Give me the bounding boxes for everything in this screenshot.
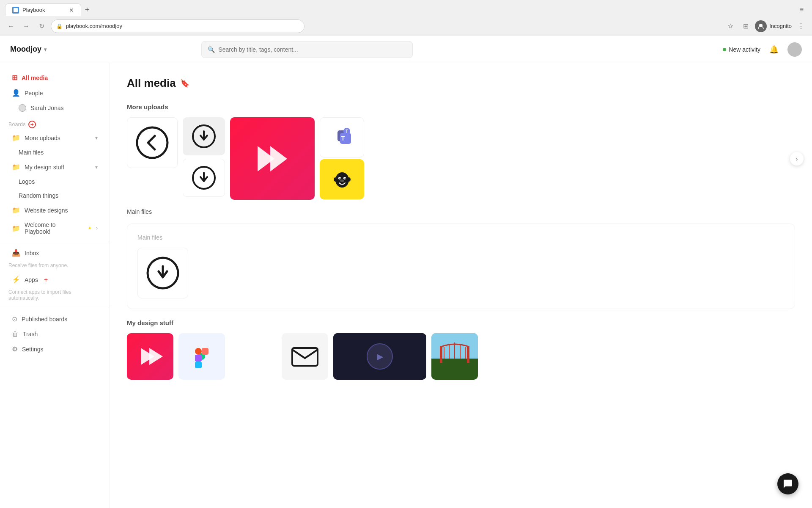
sidebar-item-my-design-stuff[interactable]: 📁 My design stuff ▾ [3, 160, 106, 174]
sidebar-item-trash[interactable]: 🗑 Trash [3, 327, 106, 341]
svg-rect-33 [431, 359, 478, 380]
incognito-avatar [755, 20, 767, 32]
mailchimp-card[interactable] [320, 159, 364, 199]
new-activity-label: New activity [729, 46, 760, 53]
design-play-icon [137, 344, 163, 369]
download-card-2[interactable] [183, 159, 225, 197]
sidebar-trash-label: Trash [23, 331, 38, 337]
sidebar-item-published-boards[interactable]: ⊙ Published boards [3, 312, 106, 326]
svg-point-2 [137, 127, 167, 158]
svg-rect-24 [195, 348, 202, 355]
sidebar-item-apps[interactable]: ⚡ Apps + [3, 272, 106, 287]
sidebar-my-design-stuff-label: My design stuff [25, 164, 64, 171]
back-arrow-icon [135, 126, 169, 160]
active-tab[interactable]: Playbook ✕ [5, 3, 81, 16]
incognito-menu[interactable]: Incognito [755, 20, 792, 32]
play-icon [253, 140, 291, 178]
bookmark-icon[interactable]: 🔖 [180, 79, 189, 88]
svg-rect-27 [195, 362, 202, 368]
sidebar-toggle-button[interactable]: ⊞ [740, 20, 752, 32]
download-icon-2 [191, 165, 217, 190]
sidebar-divider-2 [0, 308, 110, 308]
more-uploads-grid: T T [127, 117, 795, 200]
content-header: All media 🔖 [127, 77, 795, 90]
download-card-1[interactable] [183, 117, 225, 155]
brand-name: Moodjoy [10, 45, 41, 54]
design-play-card[interactable] [127, 333, 173, 380]
activity-status-dot [723, 48, 726, 51]
sidebar-item-inbox[interactable]: 📥 Inbox [3, 246, 106, 260]
landscape-icon [431, 333, 478, 380]
landscape-card[interactable] [431, 333, 478, 380]
tab-favicon [12, 7, 19, 14]
sidebar-item-logos[interactable]: Logos [3, 175, 106, 188]
main-files-grid [137, 248, 785, 298]
main-files-subsection-label: Main files [137, 234, 785, 241]
sidebar-published-boards-label: Published boards [22, 316, 67, 323]
nav-bar: ← → ↻ 🔒 playbook.com/moodjoy ☆ ⊞ Incogni… [0, 16, 812, 36]
reload-button[interactable]: ↻ [36, 20, 47, 32]
sidebar-sarah-jonas-label: Sarah Jonas [30, 105, 64, 111]
boards-add-button[interactable]: + [28, 121, 36, 128]
back-button[interactable]: ← [5, 20, 17, 32]
sidebar-item-random-things[interactable]: Random things [3, 189, 106, 202]
sidebar-logos-label: Logos [19, 178, 35, 185]
folder2-icon: 📁 [12, 163, 20, 171]
search-bar[interactable]: 🔍 [201, 41, 413, 58]
sidebar-item-people[interactable]: 👤 People [3, 86, 106, 100]
svg-point-16 [344, 178, 346, 179]
dark-photo-card[interactable]: ▶ [333, 333, 426, 380]
svg-rect-35 [467, 346, 469, 363]
chat-bubble-button[interactable] [777, 473, 798, 494]
content-area: All media 🔖 More uploads [110, 63, 812, 508]
svg-marker-22 [149, 348, 163, 365]
tab-menu-button[interactable]: ≡ [800, 6, 807, 14]
main-files-download-icon [146, 256, 180, 290]
sidebar-item-settings[interactable]: ⚙ Settings [3, 342, 106, 356]
brand-logo[interactable]: Moodjoy ▾ [10, 45, 47, 54]
svg-point-15 [339, 178, 340, 179]
sidebar-item-sarah-jonas[interactable]: Sarah Jonas [3, 101, 106, 115]
chat-icon [783, 479, 793, 489]
user-avatar[interactable] [787, 42, 802, 57]
tab-close-button[interactable]: ✕ [69, 7, 74, 14]
play-card[interactable] [230, 117, 315, 200]
sidebar-random-things-label: Random things [19, 192, 58, 199]
settings-icon: ⚙ [12, 345, 18, 353]
share-icon: ⊙ [12, 315, 17, 323]
sidebar-item-main-files[interactable]: Main files [3, 146, 106, 159]
sidebar-item-all-media[interactable]: ⊞ All media [3, 70, 106, 85]
address-bar[interactable]: 🔒 playbook.com/moodjoy [51, 19, 304, 33]
new-tab-button[interactable]: + [81, 4, 93, 16]
back-arrow-card[interactable] [127, 117, 178, 168]
svg-point-18 [334, 177, 337, 182]
scroll-right-button[interactable]: › [790, 152, 804, 166]
main-files-label-small: Main files [127, 208, 152, 215]
new-activity-button[interactable]: New activity [723, 46, 760, 53]
more-uploads-label: More uploads [127, 103, 795, 110]
lock-icon: 🔒 [56, 23, 63, 29]
sidebar-item-more-uploads[interactable]: 📁 More uploads ▾ [3, 130, 106, 145]
apps-hint: Connect apps to import files automatical… [0, 287, 110, 304]
svg-rect-0 [14, 8, 18, 12]
browser-menu-button[interactable]: ⋮ [795, 20, 807, 32]
my-design-stuff-section: My design stuff [127, 319, 795, 380]
forward-button[interactable]: → [20, 20, 32, 32]
envelope-card[interactable] [282, 333, 328, 380]
sidebar-item-welcome[interactable]: 📁 Welcome to Playbook! ✦ › [3, 218, 106, 238]
main-files-download-card[interactable] [137, 248, 188, 298]
sarah-avatar-icon [19, 104, 26, 112]
teams-card[interactable]: T T [320, 117, 364, 157]
svg-text:T: T [341, 135, 345, 142]
notification-button[interactable]: 🔔 [767, 43, 781, 56]
search-input[interactable] [218, 46, 406, 53]
tab-bar: Playbook ✕ + ≡ [0, 0, 812, 16]
sidebar-all-media-label: All media [22, 75, 48, 81]
inbox-icon: 📥 [12, 249, 20, 257]
figma-card[interactable] [178, 333, 225, 380]
folder-icon: 📁 [12, 134, 20, 142]
sidebar-item-website-designs[interactable]: 📁 Website designs [3, 203, 106, 218]
bookmark-button[interactable]: ☆ [724, 20, 736, 32]
teams-icon: T T [331, 127, 354, 148]
sidebar-welcome-label: Welcome to Playbook! [25, 221, 82, 235]
